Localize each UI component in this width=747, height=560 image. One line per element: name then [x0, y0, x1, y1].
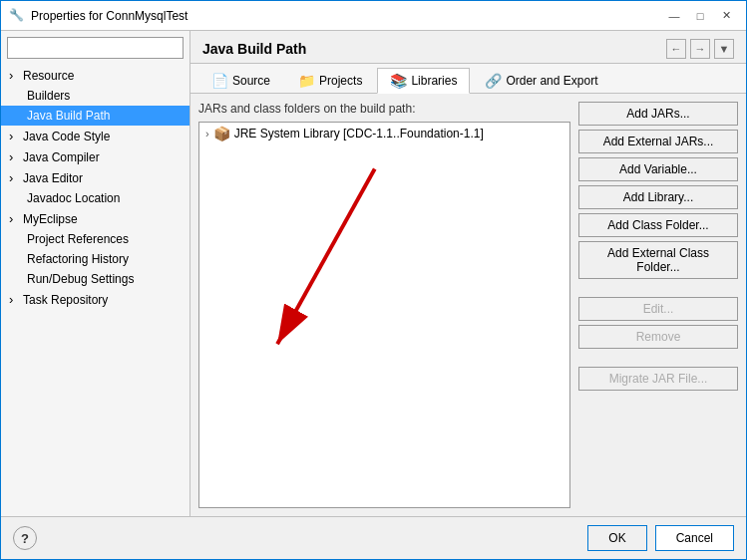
sidebar-item-project-references[interactable]: Project References — [1, 229, 189, 249]
sidebar-item-label: Project References — [27, 232, 129, 246]
svg-line-1 — [277, 169, 375, 345]
migrate-jar-button[interactable]: Migrate JAR File... — [578, 367, 738, 391]
add-variable-button[interactable]: Add Variable... — [578, 157, 738, 181]
nav-dropdown-button[interactable]: ▼ — [714, 39, 734, 59]
help-button[interactable]: ? — [13, 526, 37, 550]
tab-order-export[interactable]: 🔗 Order and Export — [472, 68, 610, 93]
dialog-body: Resource Builders Java Build Path Java C… — [1, 31, 746, 516]
sidebar-item-resource[interactable]: Resource — [1, 65, 189, 86]
sidebar-item-builders[interactable]: Builders — [1, 86, 189, 106]
order-export-tab-icon: 🔗 — [485, 73, 502, 89]
nav-arrows: ← → ▼ — [666, 39, 734, 59]
right-buttons: Add JARs... Add External JARs... Add Var… — [578, 102, 738, 508]
sidebar-item-java-build-path[interactable]: Java Build Path — [1, 106, 189, 126]
remove-button[interactable]: Remove — [578, 325, 738, 349]
dialog-footer: ? OK Cancel — [1, 516, 746, 559]
sidebar-item-label: Java Editor — [23, 171, 83, 185]
libraries-tab-icon: 📚 — [390, 73, 407, 89]
left-panel: JARs and class folders on the build path… — [198, 102, 570, 508]
window-icon: 🔧 — [9, 8, 25, 24]
close-button[interactable]: ✕ — [714, 6, 738, 26]
source-tab-icon: 📄 — [211, 73, 228, 89]
nav-back-button[interactable]: ← — [666, 39, 686, 59]
tree-area: › 📦 JRE System Library [CDC-1.1..Foundat… — [198, 122, 570, 508]
tab-order-export-label: Order and Export — [506, 74, 597, 88]
sidebar-item-label: Task Repository — [23, 293, 108, 307]
nav-forward-button[interactable]: → — [690, 39, 710, 59]
tab-libraries-label: Libraries — [411, 74, 457, 88]
add-external-class-folder-button[interactable]: Add External Class Folder... — [578, 241, 738, 279]
add-external-jars-button[interactable]: Add External JARs... — [578, 130, 738, 153]
expand-arrow-icon: › — [205, 128, 209, 140]
sidebar-item-label: Java Compiler — [23, 150, 100, 164]
build-path-description: JARs and class folders on the build path… — [198, 102, 570, 122]
sidebar-item-javadoc-location[interactable]: Javadoc Location — [1, 188, 189, 208]
tabs-bar: 📄 Source 📁 Projects 📚 Libraries 🔗 Order … — [190, 64, 746, 94]
content-panel: Java Build Path ← → ▼ 📄 Source 📁 Project… — [190, 31, 746, 516]
main-area: JARs and class folders on the build path… — [190, 94, 746, 516]
sidebar-item-label: Refactoring History — [27, 252, 129, 266]
search-input[interactable] — [7, 37, 184, 59]
window-title: Properties for ConnMysqlTest — [31, 9, 662, 23]
sidebar-item-label: Resource — [23, 69, 74, 83]
tab-projects[interactable]: 📁 Projects — [285, 68, 375, 93]
edit-button[interactable]: Edit... — [578, 297, 738, 321]
title-bar-controls: — □ ✕ — [662, 6, 738, 26]
jre-icon: 📦 — [213, 126, 230, 141]
jre-label: JRE System Library [CDC-1.1..Foundation-… — [234, 127, 484, 140]
sidebar-item-myeclipse[interactable]: MyEclipse — [1, 208, 189, 229]
arrow-overlay — [199, 123, 569, 507]
minimize-button[interactable]: — — [662, 6, 686, 26]
sidebar-item-java-editor[interactable]: Java Editor — [1, 167, 189, 188]
content-title: Java Build Path — [202, 41, 306, 57]
sidebar-item-run-debug-settings[interactable]: Run/Debug Settings — [1, 269, 189, 289]
button-spacer-1 — [578, 283, 738, 293]
tab-source[interactable]: 📄 Source — [198, 68, 283, 93]
sidebar-item-label: MyEclipse — [23, 212, 78, 226]
ok-button[interactable]: OK — [587, 525, 646, 551]
content-header: Java Build Path ← → ▼ — [190, 31, 746, 64]
sidebar-item-refactoring-history[interactable]: Refactoring History — [1, 249, 189, 269]
dialog-window: 🔧 Properties for ConnMysqlTest — □ ✕ Res… — [0, 0, 747, 560]
sidebar-item-task-repository[interactable]: Task Repository — [1, 289, 189, 310]
cancel-button[interactable]: Cancel — [655, 525, 734, 551]
add-class-folder-button[interactable]: Add Class Folder... — [578, 213, 738, 237]
add-jars-button[interactable]: Add JARs... — [578, 102, 738, 126]
footer-right: OK Cancel — [587, 525, 734, 551]
tree-item-jre[interactable]: › 📦 JRE System Library [CDC-1.1..Foundat… — [199, 123, 569, 144]
sidebar-item-java-code-style[interactable]: Java Code Style — [1, 126, 189, 146]
tab-source-label: Source — [232, 74, 270, 88]
title-bar: 🔧 Properties for ConnMysqlTest — □ ✕ — [1, 1, 746, 31]
tab-libraries[interactable]: 📚 Libraries — [377, 68, 470, 94]
maximize-button[interactable]: □ — [688, 6, 712, 26]
sidebar-item-label: Java Build Path — [27, 109, 110, 123]
sidebar-item-label: Java Code Style — [23, 130, 110, 143]
sidebar-item-label: Javadoc Location — [27, 191, 120, 205]
sidebar-item-label: Builders — [27, 89, 70, 103]
sidebar-item-label: Run/Debug Settings — [27, 272, 134, 286]
projects-tab-icon: 📁 — [298, 73, 315, 89]
footer-left: ? — [13, 526, 37, 550]
sidebar-item-java-compiler[interactable]: Java Compiler — [1, 146, 189, 167]
button-spacer-2 — [578, 353, 738, 363]
sidebar: Resource Builders Java Build Path Java C… — [1, 31, 190, 516]
add-library-button[interactable]: Add Library... — [578, 185, 738, 209]
tab-projects-label: Projects — [319, 74, 362, 88]
